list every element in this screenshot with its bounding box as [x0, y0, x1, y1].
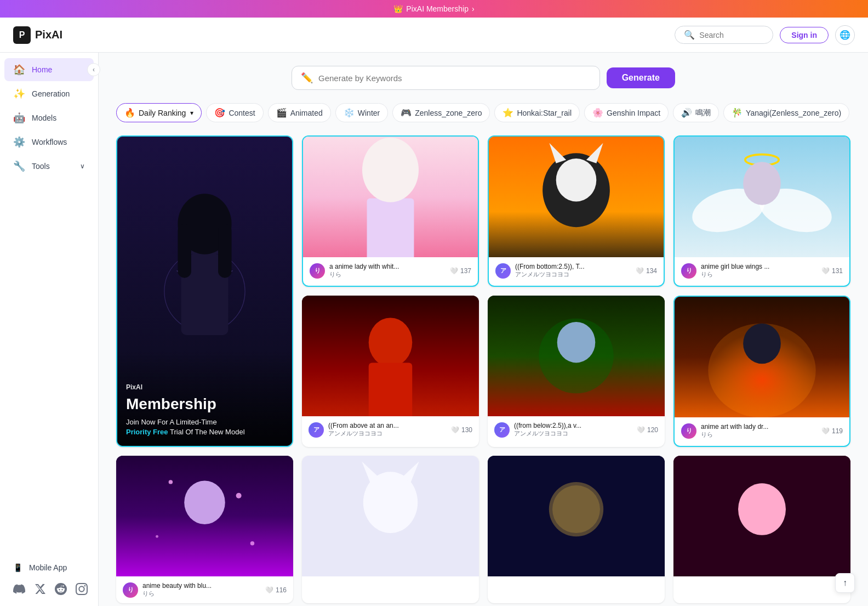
top-banner[interactable]: 👑 PixAI Membership ›: [0, 0, 868, 18]
card-avatar-2: り: [310, 263, 325, 279]
card-text-3: ((From bottom:2.5)), T... アンメルツヨコヨコ: [515, 263, 631, 279]
generate-button[interactable]: Generate: [607, 67, 675, 88]
image-card-5[interactable]: ア ((From above at an an... アンメルツヨコヨコ 🤍 1…: [302, 296, 479, 447]
card-likes-7: 🤍 119: [821, 427, 843, 435]
card-title-8: anime beauty with blu...: [142, 582, 261, 590]
filter-tab-animated[interactable]: 🎬 Animated: [268, 103, 331, 122]
filter-tab-daily-ranking[interactable]: 🔥 Daily Ranking ▾: [116, 103, 202, 122]
models-icon: 🤖: [13, 112, 25, 124]
featured-overlay: PixAI Membership Join Now For A Limited-…: [117, 350, 292, 446]
filter-tab-honkai[interactable]: ⭐ Honkai:Star_rail: [494, 103, 580, 122]
image-card-8[interactable]: り anime beauty with blu... りら 🤍 116: [116, 456, 293, 603]
sidebar-label-workflows: Workflows: [32, 138, 67, 146]
filter-label-genshin: Genshin Impact: [607, 109, 660, 117]
reddit-icon[interactable]: [55, 583, 67, 595]
sidebar-label-generation: Generation: [32, 89, 70, 98]
featured-image: PixAI Membership Join Now For A Limited-…: [117, 137, 292, 446]
sidebar-item-home[interactable]: 🏠 Home ‹: [4, 58, 94, 81]
image-card-11[interactable]: [673, 456, 850, 603]
filter-label-zenless: Zenless_zone_zero: [415, 109, 482, 117]
card-text-5: ((From above at an an... アンメルツヨコヨコ: [328, 422, 447, 438]
mobile-app-icon: 📱: [13, 563, 22, 572]
sidebar-item-mobile-app[interactable]: 📱 Mobile App: [4, 558, 94, 577]
card-author-3: アンメルツヨコヨコ: [515, 270, 631, 279]
genshin-icon: 🌸: [592, 107, 603, 118]
header: P PixAI 🔍 Sign in 🌐: [0, 18, 868, 53]
card-avatar-7: り: [681, 423, 696, 439]
scroll-top-icon: ↑: [843, 578, 847, 588]
image-card-10[interactable]: [488, 456, 665, 603]
fire-icon: 🔥: [124, 107, 135, 118]
card-title-6: ((from below:2.5)),a v...: [514, 422, 632, 429]
sign-in-button[interactable]: Sign in: [780, 27, 829, 43]
sidebar-item-generation[interactable]: ✨ Generation: [4, 82, 94, 105]
card-text-6: ((from below:2.5)),a v... アンメルツヨコヨコ: [514, 422, 632, 438]
svg-point-45: [738, 484, 786, 535]
featured-subtitle-highlight: Priority Free: [126, 428, 168, 436]
filter-label-daily-ranking: Daily Ranking: [139, 109, 186, 117]
likes-count-5: 130: [461, 426, 472, 434]
card-likes-4: 🤍 131: [821, 267, 843, 275]
sidebar-item-models[interactable]: 🤖 Models: [4, 106, 94, 129]
sidebar: 🏠 Home ‹ ✨ Generation 🤖 Models ⚙️ Workfl…: [0, 53, 99, 606]
banner-chevron: ›: [472, 4, 475, 13]
scroll-to-top-button[interactable]: ↑: [835, 573, 855, 593]
discord-icon[interactable]: [13, 583, 25, 595]
header-right: 🔍 Sign in 🌐: [675, 25, 855, 45]
search-box[interactable]: 🔍: [675, 26, 773, 44]
instagram-icon[interactable]: [76, 583, 88, 595]
featured-card[interactable]: PixAI Membership Join Now For A Limited-…: [116, 135, 293, 447]
filter-tab-noise[interactable]: 🔊 鳴潮: [673, 103, 719, 122]
card-title-7: anime art with lady dr...: [701, 423, 817, 431]
twitter-icon[interactable]: [34, 583, 46, 595]
card-author-2: りら: [329, 270, 446, 279]
card-likes-6: 🤍 120: [637, 426, 658, 434]
image-card-6[interactable]: ア ((from below:2.5)),a v... アンメルツヨコヨコ 🤍 …: [488, 296, 665, 447]
svg-rect-10: [367, 198, 414, 257]
sidebar-item-tools[interactable]: 🔧 Tools ∨: [4, 155, 94, 178]
card-avatar-8: り: [123, 582, 138, 598]
card-image-3: [489, 137, 664, 257]
card-text-8: anime beauty with blu... りら: [142, 582, 261, 598]
featured-title: Membership: [126, 395, 283, 413]
sidebar-item-workflows[interactable]: ⚙️ Workflows: [4, 131, 94, 154]
sidebar-top: 🏠 Home ‹ ✨ Generation 🤖 Models ⚙️ Workfl…: [0, 57, 98, 179]
card-image-11: [673, 456, 850, 576]
filter-tab-contest[interactable]: 🎯 Contest: [206, 103, 263, 122]
tools-icon: 🔧: [13, 160, 25, 172]
card-author-5: アンメルツヨコヨコ: [328, 429, 447, 438]
banner-text: PixAI Membership: [406, 4, 469, 13]
logo[interactable]: P PixAI: [13, 26, 62, 44]
svg-point-21: [743, 162, 781, 205]
card-info-5: ア ((From above at an an... アンメルツヨコヨコ 🤍 1…: [302, 416, 479, 443]
image-card-7[interactable]: り anime art with lady dr... りら 🤍 119: [673, 296, 850, 447]
generate-input-wrap[interactable]: ✏️: [292, 66, 600, 90]
filter-tab-yanagi[interactable]: 🎋 Yanagi(Zenless_zone_zero): [723, 103, 849, 122]
svg-rect-7: [218, 224, 232, 277]
card-author-4: りら: [701, 270, 817, 279]
sidebar-label-mobile-app: Mobile App: [29, 563, 67, 572]
featured-subtitle-text1: Join Now For A Limited-Time: [126, 418, 217, 426]
svg-point-11: [362, 138, 419, 202]
sidebar-collapse-button[interactable]: ‹: [87, 63, 100, 76]
image-card-9[interactable]: [302, 456, 479, 603]
daily-ranking-chevron-icon: ▾: [190, 109, 193, 117]
search-input[interactable]: [699, 31, 764, 39]
generate-input[interactable]: [318, 73, 591, 83]
card-avatar-5: ア: [309, 422, 324, 438]
image-card-4[interactable]: り anime girl blue wings ... りら 🤍 131: [673, 135, 850, 287]
logo-icon: P: [13, 26, 31, 44]
language-button[interactable]: 🌐: [835, 25, 855, 45]
filter-tab-genshin[interactable]: 🌸 Genshin Impact: [584, 103, 669, 122]
home-icon: 🏠: [13, 64, 25, 76]
sidebar-bottom: 📱 Mobile App: [0, 557, 98, 606]
image-card-3[interactable]: ア ((From bottom:2.5)), T... アンメルツヨコヨコ 🤍 …: [488, 135, 665, 287]
card-author-8: りら: [142, 590, 261, 598]
filter-tab-zenless[interactable]: 🎮 Zenless_zone_zero: [392, 103, 490, 122]
heart-icon-6: 🤍: [637, 426, 645, 434]
sidebar-label-home: Home: [32, 65, 52, 74]
image-card-2[interactable]: り a anime lady with whit... りら 🤍 137: [302, 135, 479, 287]
card-avatar-6: ア: [494, 422, 510, 438]
card-avatar-4: り: [681, 263, 696, 279]
filter-tab-winter[interactable]: ❄️ Winter: [335, 103, 388, 122]
